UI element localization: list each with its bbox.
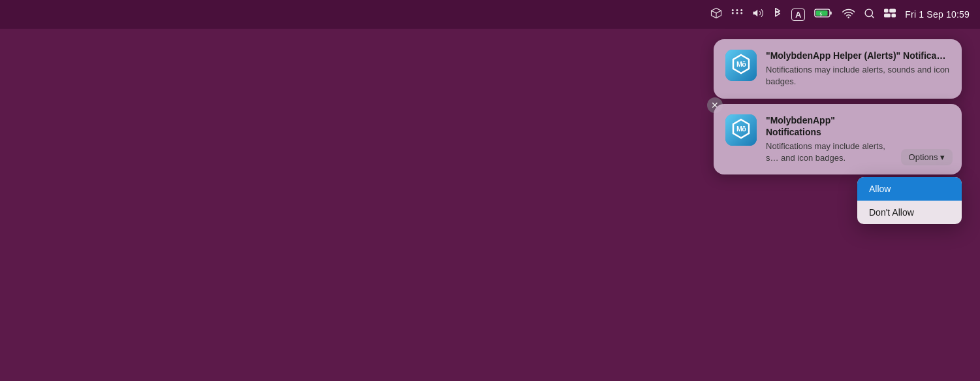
search-icon[interactable] bbox=[864, 8, 875, 22]
cube-icon[interactable] bbox=[710, 7, 722, 22]
menubar-datetime: Fri 1 Sep 10:59 bbox=[905, 9, 970, 20]
allow-option[interactable]: Allow bbox=[857, 177, 962, 201]
notifications-container: Mō "MolybdenApp Helper (Alerts)" Notific… bbox=[714, 39, 962, 174]
svg-rect-12 bbox=[889, 8, 896, 12]
svg-point-5 bbox=[740, 12, 742, 14]
svg-point-0 bbox=[732, 9, 734, 11]
dont-allow-option[interactable]: Don't Allow bbox=[857, 201, 962, 224]
svg-point-9 bbox=[848, 16, 850, 18]
svg-point-2 bbox=[740, 9, 742, 11]
volume-icon[interactable] bbox=[752, 7, 764, 22]
svg-point-3 bbox=[732, 12, 734, 14]
notification-body-2: Notifications may include alerts, s… and… bbox=[766, 141, 891, 164]
notification-card-2-wrapper: ✕ Mō "MolybdenApp" Notifications bbox=[714, 104, 962, 175]
svg-rect-11 bbox=[884, 8, 889, 12]
notification-content-1: "MolybdenApp Helper (Alerts)" Notifica… … bbox=[766, 50, 950, 88]
keyboard-input-icon[interactable]: A bbox=[791, 8, 805, 21]
wifi-icon[interactable] bbox=[842, 8, 855, 21]
svg-text:Mō: Mō bbox=[736, 60, 746, 68]
bluetooth-icon[interactable] bbox=[773, 7, 782, 22]
notification-body-1: Notifications may include alerts, sounds… bbox=[766, 64, 950, 88]
app-icon-1: Mō bbox=[725, 50, 757, 81]
svg-text:Mō: Mō bbox=[736, 125, 746, 133]
notification-title-2: "MolybdenApp" Notifications bbox=[766, 114, 891, 138]
battery-icon[interactable] bbox=[814, 8, 832, 21]
svg-point-4 bbox=[736, 12, 738, 14]
svg-rect-14 bbox=[892, 14, 896, 18]
notification-title-1: "MolybdenApp Helper (Alerts)" Notifica… bbox=[766, 50, 950, 61]
svg-rect-8 bbox=[816, 10, 828, 16]
svg-rect-13 bbox=[884, 14, 891, 18]
svg-point-1 bbox=[736, 9, 738, 11]
notification-card-1: Mō "MolybdenApp Helper (Alerts)" Notific… bbox=[714, 39, 962, 99]
control-center-icon[interactable] bbox=[884, 8, 896, 20]
menubar: A Fri 1 Sep 10:59 bbox=[0, 0, 980, 29]
options-button[interactable]: Options ▾ bbox=[901, 149, 953, 165]
options-dropdown: Allow Don't Allow bbox=[857, 177, 962, 224]
notification-card-2: Mō "MolybdenApp" Notifications Notificat… bbox=[714, 104, 962, 175]
options-label: Options ▾ bbox=[909, 152, 945, 162]
svg-rect-7 bbox=[830, 12, 832, 15]
activity-icon[interactable] bbox=[731, 8, 743, 20]
app-icon-2: Mō bbox=[725, 114, 757, 146]
